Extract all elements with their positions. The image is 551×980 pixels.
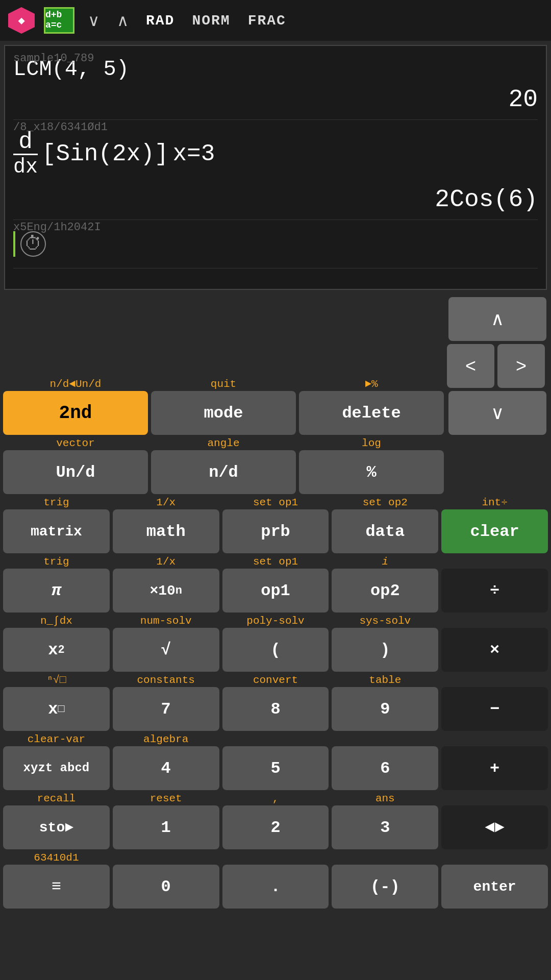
key-div[interactable]: ÷ <box>441 569 548 612</box>
key-mode[interactable]: mode <box>151 391 296 435</box>
key-xbox[interactable]: x□ <box>3 687 110 731</box>
key-data-label: set op2 <box>363 496 408 509</box>
chevron-up-button[interactable]: ∧ <box>113 9 133 32</box>
history-clock-icon[interactable]: ⏱ <box>20 231 46 257</box>
key-8-label: convert <box>253 674 298 687</box>
mode-frac[interactable]: FRAC <box>244 13 290 29</box>
nav-down-button[interactable]: ∨ <box>448 391 546 435</box>
key-mode-container: quit mode <box>151 297 296 435</box>
key-10n[interactable]: ×10n <box>113 569 219 612</box>
keypad-row-3: trig π 1/x ×10n set op1 op1 i op2 ÷ <box>3 555 548 612</box>
key-2nd-top-label: n/d◄Un/d <box>50 378 102 391</box>
key-0-container: 0 <box>113 851 219 909</box>
entry2-id: /8_x18/6341Ød1 <box>13 121 108 134</box>
mode-rad[interactable]: RAD <box>142 13 179 29</box>
entry1-id: sample10_789 <box>13 52 94 65</box>
key-x2-label: n_∫dx <box>40 615 72 628</box>
keypad: n/d◄Un/d 2nd quit mode ►% delete ∧ < > ∨ <box>0 294 551 980</box>
key-10n-label: 1/x <box>156 555 176 569</box>
key-nd-label: angle <box>207 437 239 450</box>
key-dot[interactable]: . <box>222 865 329 909</box>
keypad-row-6: clear-var xyzt abcd algebra 4 5 6 + <box>3 733 548 790</box>
key-delete[interactable]: delete <box>299 391 444 435</box>
history-entry-2: /8_x18/6341Ød1 d dx [Sin(2x)] x=3 2Cos(6… <box>13 120 538 220</box>
mode-norm[interactable]: NORM <box>188 13 234 29</box>
key-sto[interactable]: sto► <box>3 805 110 849</box>
key-minus[interactable]: − <box>441 687 548 731</box>
key-dot-container: . <box>222 851 329 909</box>
key-5-container: 5 <box>222 733 329 790</box>
key-x2-container: n_∫dx x2 <box>3 615 110 672</box>
key-menu[interactable]: ≡ <box>3 865 110 909</box>
key-div-container: ÷ <box>441 555 548 612</box>
key-prb-label: set op1 <box>253 496 298 509</box>
key-6[interactable]: 6 <box>332 746 438 790</box>
key-rparen-label: sys-solv <box>359 615 411 628</box>
d-dx-symbol: d dx <box>13 130 38 178</box>
key-5[interactable]: 5 <box>222 746 329 790</box>
key-7[interactable]: 7 <box>113 687 219 731</box>
key-3-container: ans 3 <box>332 792 438 849</box>
key-2-label: , <box>272 792 279 805</box>
bracket-expression: [Sin(2x)] <box>42 141 168 167</box>
key-9[interactable]: 9 <box>332 687 438 731</box>
chevron-down-button[interactable]: ∨ <box>84 9 104 32</box>
key-op1[interactable]: op1 <box>222 569 329 612</box>
key-2nd[interactable]: 2nd <box>3 391 148 435</box>
key-2[interactable]: 2 <box>222 805 329 849</box>
key-nd[interactable]: n/d <box>151 450 296 494</box>
key-7-container: constants 7 <box>113 674 219 731</box>
key-neg-container: ◄► <box>441 792 548 849</box>
key-lparen[interactable]: ( <box>222 628 329 672</box>
key-mul[interactable]: × <box>441 628 548 672</box>
key-data[interactable]: data <box>332 509 438 553</box>
key-math-label: 1/x <box>156 496 176 509</box>
key-10n-container: 1/x ×10n <box>113 555 219 612</box>
key-xyzt[interactable]: xyzt abcd <box>3 746 110 790</box>
key-rparen[interactable]: ) <box>332 628 438 672</box>
nav-right-button[interactable]: > <box>497 344 545 388</box>
key-op2-container: i op2 <box>332 555 438 612</box>
key-clear[interactable]: clear <box>441 509 548 553</box>
key-sqrt[interactable]: √ <box>113 628 219 672</box>
key-8[interactable]: 8 <box>222 687 329 731</box>
key-und-label: vector <box>56 437 95 450</box>
key-0[interactable]: 0 <box>113 865 219 909</box>
nav-up-button[interactable]: ∧ <box>448 297 546 341</box>
key-pct-container: log % <box>299 437 444 494</box>
key-sqrt-label: num-solv <box>140 615 192 628</box>
key-negnum[interactable]: (-) <box>332 865 438 909</box>
key-neg[interactable]: ◄► <box>441 805 548 849</box>
key-enter[interactable]: enter <box>441 865 548 909</box>
key-3-label: ans <box>375 792 395 805</box>
key-prb[interactable]: prb <box>222 509 329 553</box>
app-icon: ◆ <box>8 7 35 34</box>
key-lparen-container: poly-solv ( <box>222 615 329 672</box>
key-1[interactable]: 1 <box>113 805 219 849</box>
key-4[interactable]: 4 <box>113 746 219 790</box>
key-op2[interactable]: op2 <box>332 569 438 612</box>
key-matrix-container: trig matrix <box>3 496 110 553</box>
key-und[interactable]: Un/d <box>3 450 148 494</box>
key-pct[interactable]: % <box>299 450 444 494</box>
key-3[interactable]: 3 <box>332 805 438 849</box>
key-lparen-label: poly-solv <box>246 615 304 628</box>
key-delete-container: ►% delete <box>299 297 444 435</box>
key-mode-top-label: quit <box>211 378 236 391</box>
cursor <box>13 231 15 257</box>
key-delete-top-label: ►% <box>365 378 378 391</box>
key-nd-container: angle n/d <box>151 437 296 494</box>
key-pi[interactable]: π <box>3 569 110 612</box>
nav-left-button[interactable]: < <box>447 344 494 388</box>
key-matrix[interactable]: matrix <box>3 509 110 553</box>
key-4-label: algebra <box>143 733 188 746</box>
key-math-container: 1/x math <box>113 496 219 553</box>
key-pi-container: trig π <box>3 555 110 612</box>
key-minus-container: − <box>441 674 548 731</box>
nav-bot: ∨ <box>447 391 548 435</box>
key-x2[interactable]: x2 <box>3 628 110 672</box>
key-math[interactable]: math <box>113 509 219 553</box>
key-clear-container: int÷ clear <box>441 496 548 553</box>
key-plus[interactable]: + <box>441 746 548 790</box>
formula-icon: d+b a=c <box>44 7 74 34</box>
